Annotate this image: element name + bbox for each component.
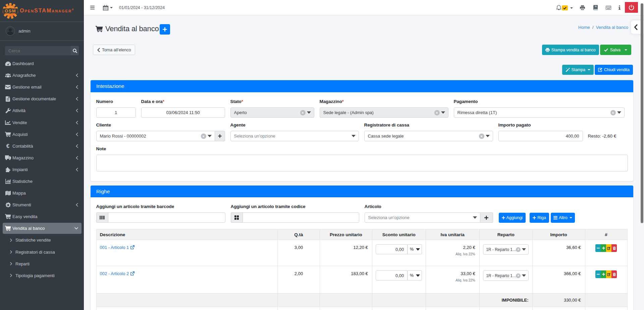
svg-text:OSM: OSM — [5, 8, 16, 13]
